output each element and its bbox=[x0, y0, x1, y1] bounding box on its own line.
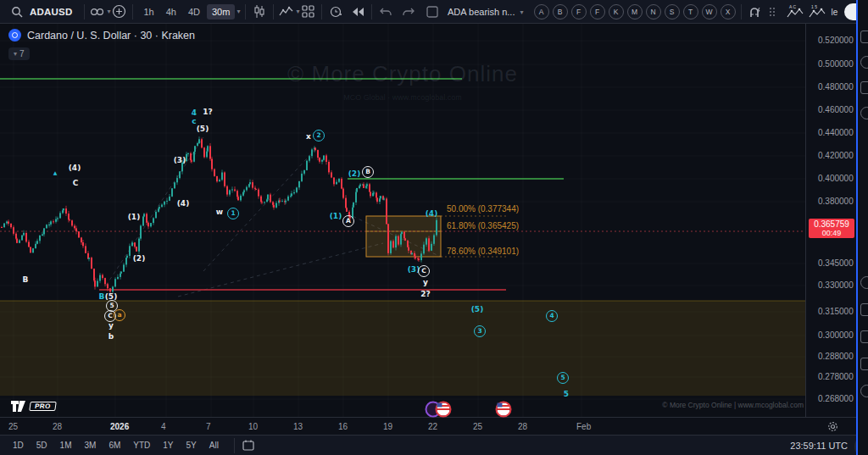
price-tick: 0.400000 bbox=[818, 174, 854, 183]
tool-letter-t-8[interactable]: T bbox=[683, 4, 698, 19]
redo-icon[interactable] bbox=[399, 2, 416, 22]
alert-plus-icon[interactable] bbox=[327, 2, 344, 22]
chart-title[interactable]: Cardano / U. S. Dollar · 30 · Kraken bbox=[27, 30, 195, 42]
range-button-6m[interactable]: 6M bbox=[106, 439, 123, 452]
top-toolbar: ADAUSD ▾ 1h4h4D30m ▾ ▾ bbox=[0, 0, 868, 24]
collapsed-count: 7 bbox=[19, 49, 25, 58]
time-tick-16: 16 bbox=[338, 422, 348, 431]
gear-icon[interactable] bbox=[827, 421, 838, 432]
replay-rewind-icon[interactable] bbox=[349, 2, 366, 22]
compare-add-icon[interactable] bbox=[110, 2, 127, 22]
drag-handle-icon[interactable] bbox=[764, 2, 781, 22]
tool-letter-k-4[interactable]: K bbox=[609, 4, 624, 19]
elliott-wave-abc-tool-icon[interactable]: A C bbox=[786, 2, 804, 22]
price-tick: 0.278000 bbox=[818, 372, 854, 381]
tool-letter-x-10[interactable]: X bbox=[721, 4, 736, 19]
tool-letter-a-0[interactable]: A bbox=[534, 4, 549, 19]
layout-grid-icon[interactable] bbox=[299, 2, 316, 22]
range-button-1d[interactable]: 1D bbox=[10, 439, 26, 452]
tool-letter-f-3[interactable]: F bbox=[590, 4, 605, 19]
price-tick: 0.288000 bbox=[818, 352, 854, 361]
interval-button-30m[interactable]: 30m bbox=[207, 4, 235, 19]
bar-countdown: 00:49 bbox=[809, 229, 854, 237]
range-button-ytd[interactable]: YTD bbox=[131, 439, 153, 452]
tool-letter-s-7[interactable]: S bbox=[665, 4, 680, 19]
watchlist-icon[interactable] bbox=[860, 31, 868, 43]
bottom-toolbar: 1D5D1M3M6MYTD1Y5YAll 23:59:11 UTC bbox=[0, 435, 868, 455]
tool-letter-n-6[interactable]: N bbox=[646, 4, 661, 19]
time-tick-28: 28 bbox=[518, 422, 527, 431]
current-price: 0.365759 bbox=[809, 219, 854, 229]
range-button-1y[interactable]: 1Y bbox=[160, 439, 175, 452]
more-icon[interactable] bbox=[860, 385, 868, 397]
tool-letter-f-2[interactable]: F bbox=[571, 4, 587, 19]
price-tick: 0.500000 bbox=[818, 59, 854, 69]
alerts-icon[interactable] bbox=[860, 56, 868, 69]
time-tick-Feb: Feb bbox=[576, 422, 591, 431]
chat-icon[interactable] bbox=[860, 107, 868, 119]
candles-style-icon[interactable] bbox=[251, 2, 268, 22]
range-button-all[interactable]: All bbox=[207, 439, 221, 452]
utc-clock[interactable]: 23:59:11 UTC bbox=[759, 441, 848, 451]
chevron-down-icon: ▾ bbox=[14, 50, 17, 58]
interval-button-4D[interactable]: 4D bbox=[183, 4, 205, 19]
panel-divider-blue[interactable] bbox=[856, 0, 858, 455]
tradingview-app: ADAUSD ▾ 1h4h4D30m ▾ ▾ bbox=[0, 0, 868, 455]
time-tick-4: 4 bbox=[161, 422, 166, 431]
range-button-3m[interactable]: 3M bbox=[82, 439, 99, 452]
watermark-title: © More Crypto Online bbox=[0, 61, 805, 87]
price-tick: 0.440000 bbox=[818, 128, 854, 137]
range-button-5y[interactable]: 5Y bbox=[184, 439, 199, 452]
magnet-icon[interactable] bbox=[747, 2, 764, 22]
cardano-logo-icon bbox=[8, 29, 21, 42]
search-icon[interactable] bbox=[8, 2, 25, 22]
elliott-wave-15-tool-icon[interactable]: 1 5 bbox=[808, 2, 826, 22]
divider bbox=[245, 4, 246, 19]
svg-text:A C: A C bbox=[789, 4, 796, 9]
svg-text:1 5: 1 5 bbox=[811, 4, 817, 9]
tool-letter-m-5[interactable]: M bbox=[627, 4, 643, 19]
target-zone-band[interactable] bbox=[0, 301, 805, 396]
price-tick: 0.380000 bbox=[818, 197, 854, 206]
price-tick: 0.520000 bbox=[818, 36, 854, 45]
time-tick-10: 10 bbox=[248, 422, 258, 431]
range-button-5d[interactable]: 5D bbox=[34, 439, 50, 452]
news-icon[interactable] bbox=[860, 81, 868, 94]
time-tick-19: 19 bbox=[383, 422, 392, 431]
letter-group: ABFFKMNSTWX bbox=[531, 4, 736, 19]
interval-button-1h[interactable]: 1h bbox=[138, 4, 159, 19]
interval-chevron-icon[interactable]: ▾ bbox=[236, 8, 240, 15]
instrument-mask-icon[interactable]: ▾ bbox=[90, 2, 110, 22]
notifications-icon[interactable] bbox=[860, 358, 868, 370]
chart-area[interactable]: © More Crypto Online MCO Global · www.mc… bbox=[0, 24, 805, 417]
divider bbox=[273, 4, 274, 19]
layout-chevron-icon[interactable]: ▾ bbox=[520, 8, 524, 16]
time-axis[interactable]: 252820264710131619222528Feb bbox=[0, 417, 805, 436]
price-candles[interactable] bbox=[1, 136, 437, 294]
divider bbox=[321, 4, 322, 19]
calendar-icon[interactable] bbox=[860, 303, 868, 316]
range-button-1m[interactable]: 1M bbox=[58, 439, 75, 452]
indicators-icon[interactable]: ▾ bbox=[279, 2, 299, 22]
tool-letter-b-1[interactable]: B bbox=[553, 4, 568, 19]
interval-group: 1h4h4D30m bbox=[138, 4, 235, 19]
symbol-info-row[interactable]: Cardano / U. S. Dollar · 30 · Kraken bbox=[8, 29, 195, 42]
indicators-collapse-pill[interactable]: ▾ 7 bbox=[8, 47, 30, 60]
layout-name-label[interactable]: ADA bearish n... bbox=[448, 7, 515, 17]
hotlist-icon[interactable] bbox=[860, 276, 868, 289]
tradingview-logo[interactable]: PRO bbox=[10, 399, 56, 413]
ideas-icon[interactable] bbox=[860, 330, 868, 343]
tool-letter-w-9[interactable]: W bbox=[702, 4, 717, 19]
checkbox-icon[interactable] bbox=[424, 2, 441, 22]
pro-badge: PRO bbox=[29, 402, 56, 411]
price-tick: 0.330000 bbox=[818, 280, 854, 290]
interval-button-4h[interactable]: 4h bbox=[161, 4, 181, 19]
symbol-label[interactable]: ADAUSD bbox=[30, 7, 72, 17]
toolbar-right-group: ADA bearish n... ▾ ABFFKMNSTWX A C 1 5 bbox=[424, 0, 868, 24]
undo-icon[interactable] bbox=[377, 2, 394, 22]
price-axis[interactable]: 0.365759 00:49 0.5200000.5000000.4800000… bbox=[805, 24, 860, 417]
time-tick-13: 13 bbox=[293, 422, 303, 431]
go-to-date-calendar-icon[interactable] bbox=[240, 436, 257, 455]
divider bbox=[371, 4, 372, 19]
range-group: 1D5D1M3M6MYTD1Y5YAll bbox=[10, 439, 229, 452]
